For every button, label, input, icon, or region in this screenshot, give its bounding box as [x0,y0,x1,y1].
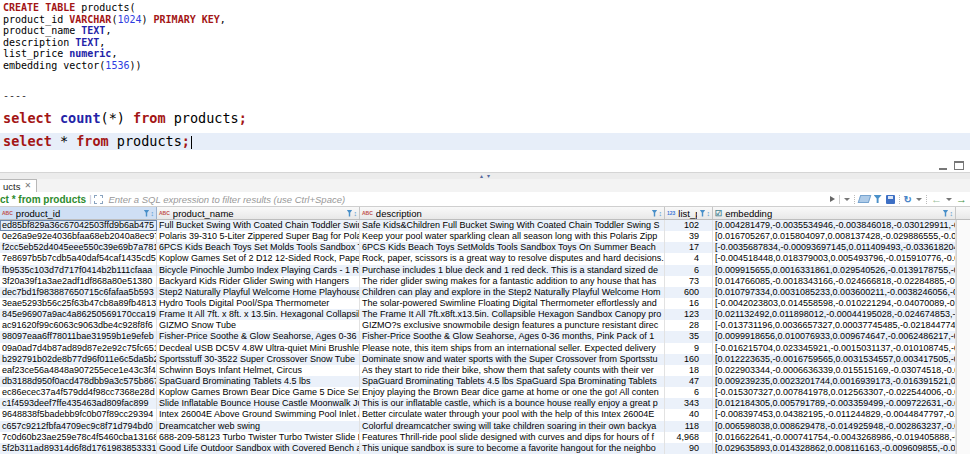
cell-description[interactable]: The rider glider swing makes for a fanta… [360,276,665,287]
cell-product_id[interactable]: 845e96907a9ac4a86250569170cca198 [0,309,157,320]
table-row[interactable]: 9648838f5badebb9fc0b07f89cc29394Intex 26… [0,409,970,420]
cell-product_name[interactable]: Good Life Outdoor Sandbox with Covered B… [157,443,360,454]
table-row[interactable]: eaf23ce56a4848a907255ece1e43c3f4Schwinn … [0,365,970,376]
cell-product_name[interactable]: Step2 Naturally Playful Welcome Home Pla… [157,287,360,298]
cell-list_price[interactable]: 17 [665,242,713,253]
cell-product_name[interactable]: 6PCS Kids Beach Toys Set Molds Tools San… [157,242,360,253]
cell-list_price[interactable]: 118 [665,421,713,432]
cell-product_name[interactable]: Backyard Kids Rider Glider Swing with Ha… [157,276,360,287]
cell-product_id[interactable]: 09a0ad7d4b87ad89d87e2e92c75fc651 [0,343,157,354]
cell-description[interactable]: Better circulate water through your pool… [360,409,665,420]
cell-product_id[interactable]: ed85bf829a36c67042503ffd9b6ab475 [0,220,157,231]
table-row[interactable]: f2cc5eb52d4045eee550c39e69b7a7816PCS Kid… [0,242,970,253]
cell-product_id[interactable]: 7c0d60b23ae259e78c4f5460cba13168 [0,432,157,443]
cell-list_price[interactable]: 123 [665,309,713,320]
save-data-icon[interactable] [886,195,895,204]
cell-embedding[interactable]: [-0.015307327,0.007841978,0.012563307,-0… [713,387,956,398]
cell-description[interactable]: As they start to ride their bike, show t… [360,365,665,376]
cell-embedding[interactable]: [0.009915655,0.0016331861,0.029540526,-0… [713,265,956,276]
cell-embedding[interactable]: [0.029635893,0.014328862,0.008116163,-0.… [713,443,956,454]
cell-product_id[interactable]: 3eae5293b56c25f63b47cb8a89fb4813 [0,298,157,309]
cell-product_id[interactable]: ac91620f99c6063c9063dbe4c928f8f6 [0,320,157,331]
cell-list_price[interactable]: 40 [665,409,713,420]
table-row[interactable]: 09a0ad7d4b87ad89d87e2e92c75fc651Decdeal … [0,343,970,354]
cell-product_name[interactable]: Full Bucket Swing With Coated Chain Todd… [157,220,360,231]
minimize-icon[interactable] [939,161,947,170]
cell-list_price[interactable]: 73 [665,276,713,287]
cell-list_price[interactable]: 35 [665,331,713,342]
cell-list_price[interactable]: 600 [665,287,713,298]
cell-product_name[interactable]: Intex 26004E Above Ground Swimming Pool … [157,409,360,420]
cell-product_id[interactable]: b292791b02de8b77d96f011e6c5da5b2 [0,354,157,365]
cell-description[interactable]: Safe Kids&Children Full Bucket Swing Wit… [360,220,665,231]
refresh-dropdown-icon[interactable] [916,198,922,201]
table-row[interactable]: 5f2b311ad89314d6f8d1761983853331Good Lif… [0,443,970,454]
table-row[interactable]: 845e96907a9ac4a86250569170cca198Frame It… [0,309,970,320]
cell-product_name[interactable]: Frame It All 7ft. x 8ft. x 13.5in. Hexag… [157,309,360,320]
cell-embedding[interactable]: [-0.013731196,0.0036657327,0.00037745485… [713,320,956,331]
cell-product_name[interactable]: Koplow Games Set of 2 D12 12-Sided Rock,… [157,253,360,264]
filter-dropdown-icon[interactable] [844,198,850,201]
column-filter-icon[interactable]: ↕ [652,210,663,217]
refresh-icon[interactable]: ↻ [904,195,912,204]
previous-page-icon[interactable]: ← [931,195,942,204]
cell-list_price[interactable]: 90 [665,443,713,454]
column-filter-icon[interactable]: ↕ [943,210,954,217]
cell-description[interactable]: SpaGuard Brominating Tablets 4.5 lbs Spa… [360,376,665,387]
cell-description[interactable]: Rock, paper, scissors is a great way to … [360,253,665,264]
cell-description[interactable]: Children can play and explore in the Ste… [360,287,665,298]
cell-description[interactable]: Dominate snow and water sports with the … [360,354,665,365]
cell-product_name[interactable]: Sportsstuff 30-3522 Super Crossover Snow… [157,354,360,365]
cell-description[interactable]: GIZMO?s exclusive snowmobile design feat… [360,320,665,331]
cell-embedding[interactable]: [0.022903344,-0.0006636339,0.015515169,-… [713,365,956,376]
cell-embedding[interactable]: [0.014766085,-0.0018343166,-0.024666818,… [713,276,956,287]
filters-icon[interactable] [874,195,882,203]
cell-product_name[interactable]: Schwinn Boys Infant Helmet, Circus [157,365,360,376]
column-header-description[interactable]: ABCdescription↕ [360,207,665,219]
cell-product_name[interactable]: Dreamcatcher web swing [157,421,360,432]
editor-results-sash[interactable]: ▴ ▾ [0,172,970,179]
cell-product_id[interactable]: 5f2b311ad89314d6f8d1761983853331 [0,443,157,454]
table-row[interactable]: ec86ecec37a4f579dd4f98cc7368e28dKoplow G… [0,387,970,398]
cell-list_price[interactable]: 4,968 [665,432,713,443]
cell-product_name[interactable]: Fisher-Price Soothe & Glow Seahorse, Age… [157,331,360,342]
cell-embedding[interactable]: [-0.0035687834,-0.00093697145,0.01140949… [713,242,956,253]
cell-list_price[interactable]: 39 [665,231,713,242]
cell-description[interactable]: The solar-powered Swimline Floating Digi… [360,298,665,309]
cell-product_id[interactable]: 98097eaa6ff78011bae31959b1e9efeb [0,331,157,342]
tab-close-icon[interactable]: ✕ [24,182,31,190]
cell-embedding[interactable]: [-0.004518448,0.018379003,0.005493796,-0… [713,253,956,264]
cell-product_id[interactable]: 9648838f5badebb9fc0b07f89cc29394 [0,409,157,420]
cell-description[interactable]: Colorful dreamcatcher swing will take ch… [360,421,665,432]
cell-product_name[interactable]: GIZMO Snow Tube [157,320,360,331]
table-row[interactable]: 98097eaa6ff78011bae31959b1e9efebFisher-P… [0,331,970,342]
cell-embedding[interactable]: [0.010797334,0.0031085233,0.003600211,-0… [713,287,956,298]
column-filter-icon[interactable]: ↕ [700,210,711,217]
sash-expand-icon[interactable]: ▾ [487,174,490,179]
cell-product_id[interactable]: 7e8697b5b7cdb5a40daf54caf1435cd5 [0,253,157,264]
cell-list_price[interactable]: 47 [665,376,713,387]
table-row[interactable]: 7e8697b5b7cdb5a40daf54caf1435cd5Koplow G… [0,253,970,264]
column-header-list_price[interactable]: 123list_price↕ [665,207,713,219]
table-row[interactable]: 3f20a39f1a3ae2adf1df868a80e51380Backyard… [0,276,970,287]
column-filter-icon[interactable]: ↕ [144,210,155,217]
cell-description[interactable]: Keep your pool water sparkling clean all… [360,231,665,242]
cell-product_name[interactable]: Slide Inflatable Bounce House Castle Moo… [157,398,360,409]
table-row[interactable]: c657c9212fbfa4709ec9c8f71d794bd0Dreamcat… [0,421,970,432]
cell-product_id[interactable]: db3188d950f0acd478dbb9a3c575b867 [0,376,157,387]
table-row[interactable]: ed85bf829a36c67042503ffd9b6ab475Full Buc… [0,220,970,231]
table-row[interactable]: 0e26a9e92e4036bfaa68eb2040a8ec97Polaris … [0,231,970,242]
cell-list_price[interactable]: 102 [665,220,713,231]
cell-list_price[interactable]: 6 [665,265,713,276]
table-row[interactable]: ac91620f99c6063c9063dbe4c928f8f6GIZMO Sn… [0,320,970,331]
column-filter-icon[interactable]: ↕ [347,210,358,217]
table-row[interactable]: 7c0d60b23ae259e78c4f5460cba13168688-209-… [0,432,970,443]
nav-dropdown-icon[interactable] [946,198,952,201]
next-page-icon[interactable]: → [956,195,967,204]
sql-editor[interactable]: CREATE TABLE products(product_id VARCHAR… [0,0,970,172]
cell-product_id[interactable]: ec86ecec37a4f579dd4f98cc7368e28d [0,387,157,398]
cell-description[interactable]: Enjoy playing the Brown Bear dice game a… [360,387,665,398]
cell-product_name[interactable]: Koplow Games Brown Bear Dice Game 5 Dice… [157,387,360,398]
cell-product_id[interactable]: 0e26a9e92e4036bfaa68eb2040a8ec97 [0,231,157,242]
cell-product_id[interactable]: c657c9212fbfa4709ec9c8f71d794bd0 [0,421,157,432]
